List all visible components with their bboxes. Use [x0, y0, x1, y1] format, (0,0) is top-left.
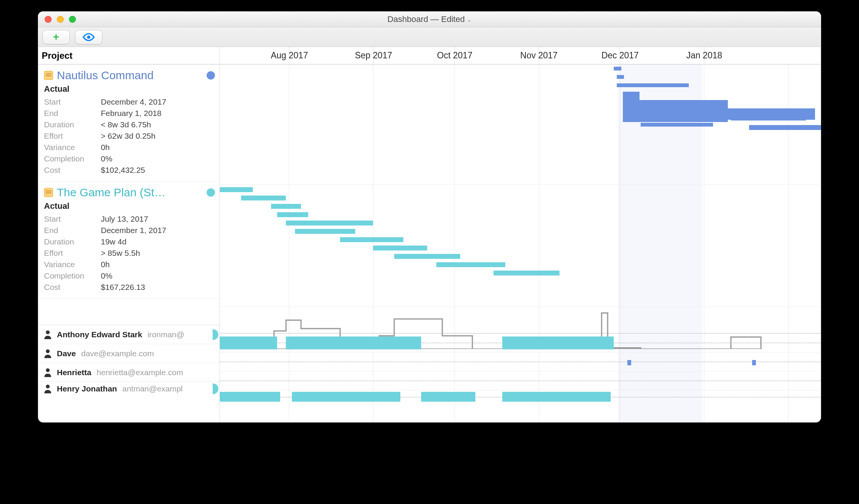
resource-email: antman@exampl [122, 384, 183, 393]
svg-point-4 [46, 385, 50, 388]
resource-tick [752, 360, 756, 365]
gantt-bar[interactable] [614, 67, 622, 70]
close-button[interactable] [45, 16, 52, 23]
month-label: Oct 2017 [455, 47, 490, 64]
actual-label: Actual [44, 201, 215, 211]
resource-row-henrietta[interactable]: Henrietta henrietta@example.com [38, 363, 219, 382]
resource-bar[interactable] [421, 392, 475, 402]
resource-bar[interactable] [502, 392, 610, 402]
field-label: Duration [44, 236, 101, 247]
gantt-bar[interactable] [286, 221, 373, 225]
field-value: December 4, 2017 [101, 96, 166, 108]
app-window: Dashboard — Edited ⌄ + Project [38, 11, 821, 423]
window-title: Dashboard — Edited [387, 14, 465, 24]
month-label: Nov 2017 [539, 47, 576, 64]
gantt-bar[interactable] [241, 196, 286, 200]
resource-email: henrietta@example.com [97, 368, 183, 377]
column-header-project[interactable]: Project [38, 47, 220, 64]
field-label: End [44, 225, 101, 236]
field-label: Variance [44, 259, 101, 270]
resource-bar[interactable] [292, 392, 400, 402]
resource-row-dave[interactable]: Dave dave@example.com [38, 344, 219, 363]
gantt-bar[interactable] [641, 123, 713, 127]
gantt-bar[interactable] [617, 75, 624, 79]
resource-color-dot [213, 383, 218, 394]
gantt-bar[interactable] [494, 271, 560, 275]
resource-email: dave@example.com [81, 349, 154, 358]
gantt-bar[interactable] [271, 204, 301, 209]
add-button[interactable]: + [42, 30, 70, 44]
person-icon [44, 368, 52, 377]
resource-bar[interactable] [286, 337, 421, 349]
field-value: $102,432.25 [101, 164, 145, 176]
resource-lane[interactable] [220, 371, 821, 390]
resource-bar[interactable] [220, 392, 280, 402]
window-title-dropdown[interactable]: Dashboard — Edited ⌄ [387, 14, 472, 24]
field-value: 0h [101, 259, 110, 270]
gantt-bar[interactable] [373, 246, 427, 250]
gantt-bar[interactable] [617, 83, 689, 87]
chevron-down-icon: ⌄ [467, 17, 472, 23]
gantt-bar[interactable] [749, 125, 821, 130]
gantt-bar[interactable] [340, 237, 403, 242]
resource-lane[interactable] [220, 352, 821, 371]
resource-row-anthony[interactable]: Anthony Edward Stark ironman@ [38, 325, 219, 344]
field-label: End [44, 108, 101, 119]
resource-bar[interactable] [502, 337, 613, 349]
field-label: Variance [44, 142, 101, 153]
svg-point-1 [46, 330, 50, 334]
minimize-button[interactable] [57, 16, 64, 23]
gantt-bar[interactable] [277, 212, 308, 217]
field-label: Effort [44, 247, 101, 259]
project-status-dot [207, 188, 215, 197]
month-label: Jan 2018 [704, 47, 740, 64]
month-label: Dec 2017 [620, 47, 657, 64]
gantt-bar[interactable] [394, 254, 460, 259]
month-label: l 2017 [220, 47, 232, 64]
svg-point-0 [87, 35, 91, 39]
resource-color-dot [213, 329, 218, 340]
gantt-bar[interactable] [295, 229, 355, 234]
resource-name: Henry Jonathan [57, 384, 117, 393]
resource-lane[interactable] [220, 390, 821, 404]
timeline-header[interactable]: l 2017Aug 2017Sep 2017Oct 2017Nov 2017De… [220, 47, 821, 64]
field-value: > 85w 5.5h [101, 247, 140, 259]
project-icon [44, 71, 53, 80]
actual-label: Actual [44, 84, 215, 94]
resource-bar[interactable] [220, 337, 277, 349]
gantt-bar[interactable] [220, 187, 253, 192]
resource-name: Anthony Edward Stark [57, 330, 142, 339]
project-status-dot [207, 71, 215, 80]
project-name: Nautilus Command [57, 69, 154, 82]
resource-row-henry[interactable]: Henry Jonathan antman@exampl [38, 382, 219, 396]
field-label: Duration [44, 119, 101, 130]
column-header-label: Project [42, 50, 72, 61]
month-label: Aug 2017 [289, 47, 326, 64]
project-card-nautilus[interactable]: Nautilus Command Actual StartDecember 4,… [38, 64, 219, 182]
project-card-gameplan[interactable]: The Game Plan (St… Actual StartJuly 13, … [38, 182, 219, 299]
resource-lane[interactable] [220, 333, 821, 352]
field-label: Completion [44, 153, 101, 164]
field-value: December 1, 2017 [101, 225, 166, 236]
field-value: July 13, 2017 [101, 213, 148, 225]
field-value: $167,226.13 [101, 282, 145, 293]
field-label: Start [44, 213, 101, 225]
gantt-bar[interactable] [731, 117, 806, 121]
resource-email: ironman@ [147, 330, 184, 339]
resource-name: Dave [57, 349, 76, 358]
view-button[interactable] [75, 30, 102, 44]
timeline[interactable]: l 2017Aug 2017Sep 2017Oct 2017Nov 2017De… [220, 47, 821, 423]
svg-point-2 [46, 349, 50, 353]
field-value: < 8w 3d 6.75h [101, 119, 151, 130]
eye-icon [83, 33, 95, 41]
person-icon [44, 330, 52, 339]
resource-tick [627, 360, 631, 365]
field-label: Completion [44, 270, 101, 282]
zoom-button[interactable] [69, 16, 76, 23]
person-icon [44, 384, 52, 393]
gantt-bar[interactable] [436, 262, 505, 267]
field-value: February 1, 2018 [101, 108, 161, 119]
field-value: > 62w 3d 0.25h [101, 130, 155, 142]
plus-icon: + [53, 32, 59, 42]
titlebar: Dashboard — Edited ⌄ [38, 11, 821, 27]
